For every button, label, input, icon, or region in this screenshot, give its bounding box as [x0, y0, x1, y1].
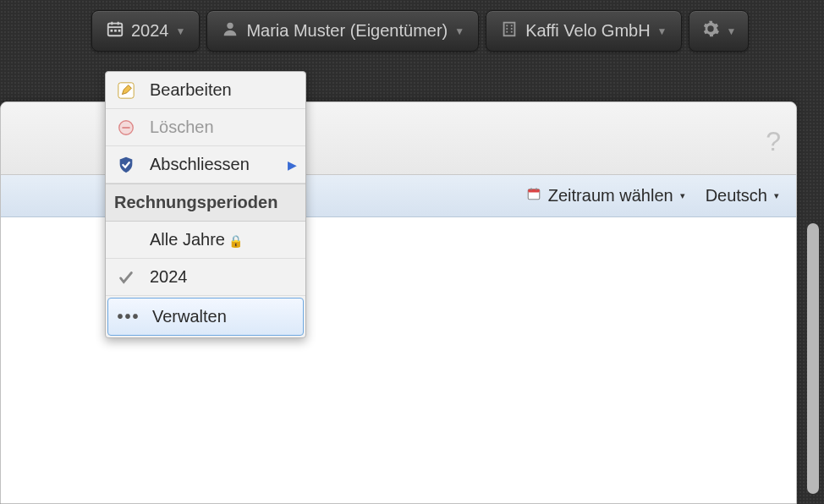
user-selector-button[interactable]: Maria Muster (Eigentümer) ▼	[206, 10, 479, 52]
menu-item-label: Alle Jahre🔒	[150, 230, 243, 249]
chevron-down-icon: ▼	[727, 25, 737, 37]
delete-icon	[114, 118, 138, 137]
menu-item-label: 2024	[150, 267, 188, 287]
menu-item-label: Löschen	[150, 118, 214, 137]
year-dropdown-menu: Bearbeiten Löschen Abschliessen ▶ Rechnu…	[105, 71, 306, 338]
menu-item-all-years[interactable]: Alle Jahre🔒	[106, 222, 305, 259]
person-icon	[221, 19, 239, 42]
settings-button[interactable]: ▼	[689, 10, 750, 52]
menu-item-label: Bearbeiten	[150, 80, 232, 100]
user-selector-label: Maria Muster (Eigentümer)	[246, 21, 448, 41]
building-icon	[500, 19, 519, 42]
year-selector-button[interactable]: 2024 ▼	[91, 10, 200, 52]
menu-item-label: Abschliessen	[150, 155, 250, 174]
check-icon	[114, 268, 138, 287]
menu-item-manage[interactable]: ••• Verwalten	[107, 298, 304, 336]
company-selector-button[interactable]: Kaffi Velo GmbH ▼	[486, 10, 681, 52]
svg-rect-5	[114, 30, 117, 32]
date-range-label: Zeitraum wählen	[548, 186, 673, 205]
chevron-down-icon: ▼	[454, 25, 464, 37]
svg-rect-4	[111, 30, 113, 32]
chevron-down-icon: ▼	[657, 25, 667, 37]
menu-item-year-2024[interactable]: 2024	[106, 259, 305, 296]
menu-item-edit[interactable]: Bearbeiten	[106, 72, 305, 109]
chevron-down-icon: ▾	[680, 190, 685, 201]
svg-rect-8	[504, 23, 515, 36]
menu-item-label: Verwalten	[152, 307, 227, 326]
calendar-small-icon	[526, 186, 541, 205]
chevron-down-icon: ▾	[774, 190, 779, 201]
menu-item-delete: Löschen	[106, 109, 305, 146]
vertical-scrollbar[interactable]	[807, 223, 819, 494]
gear-icon	[701, 19, 720, 42]
help-icon[interactable]: ?	[766, 126, 781, 157]
date-range-picker[interactable]: Zeitraum wählen ▾	[526, 186, 685, 205]
svg-rect-6	[118, 30, 121, 32]
menu-item-close[interactable]: Abschliessen ▶	[106, 146, 305, 184]
year-selector-label: 2024	[131, 21, 169, 41]
company-selector-label: Kaffi Velo GmbH	[525, 21, 650, 41]
top-toolbar: 2024 ▼ Maria Muster (Eigentümer) ▼ Kaffi…	[0, 0, 824, 62]
language-label: Deutsch	[706, 186, 767, 205]
lock-icon: 🔒	[228, 234, 243, 248]
pencil-icon	[114, 81, 138, 100]
submenu-arrow-icon: ▶	[288, 158, 297, 172]
chevron-down-icon: ▼	[176, 25, 186, 37]
shield-check-icon	[114, 156, 138, 174]
menu-section-header: Rechnungsperioden	[106, 184, 305, 222]
calendar-icon	[106, 19, 124, 42]
svg-point-7	[228, 23, 233, 29]
svg-rect-16	[528, 189, 540, 193]
ellipsis-icon: •••	[117, 307, 140, 326]
language-selector[interactable]: Deutsch ▾	[706, 186, 779, 205]
